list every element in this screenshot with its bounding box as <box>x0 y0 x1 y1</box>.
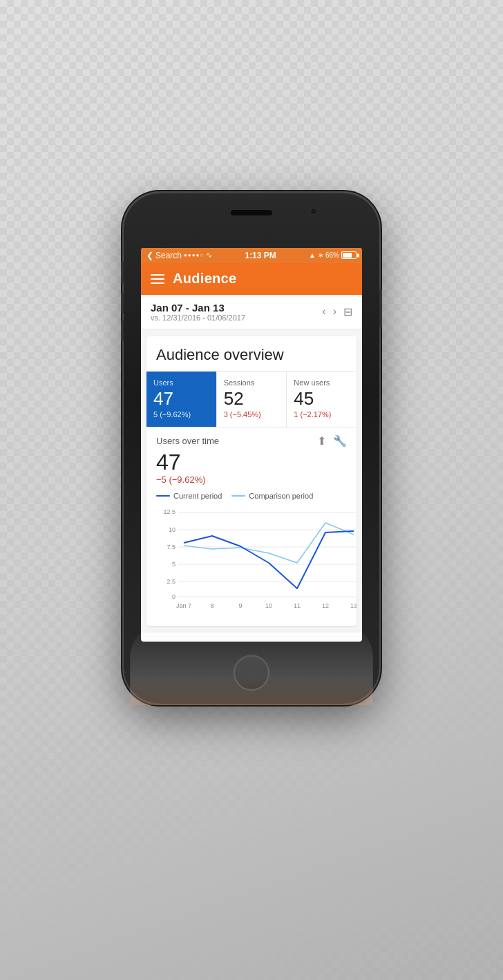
metric-new-users-change: 1 (−2.17%) <box>294 410 350 419</box>
wifi-icon: ∿ <box>206 251 212 260</box>
metric-new-users-value: 45 <box>294 390 350 407</box>
metric-new-users[interactable]: New users 45 1 (−2.17%) <box>287 372 357 427</box>
svg-text:5: 5 <box>172 561 175 568</box>
legend-comparison-label: Comparison period <box>249 492 313 500</box>
status-time: 1:13 PM <box>245 251 276 260</box>
date-comparison: vs. 12/31/2016 - 01/06/2017 <box>151 314 245 322</box>
phone-screen: ❮ Search ●●●●○ ∿ 1:13 PM ▲ ∗ 66% <box>141 248 362 642</box>
bluetooth-icon: ∗ <box>318 251 323 259</box>
metric-users-change: 5 (−9.62%) <box>153 410 209 419</box>
battery-icon <box>341 251 357 259</box>
date-range: Jan 07 - Jan 13 <box>151 302 245 314</box>
chart-container: 12.5 10 7.5 5 2.5 0 <box>156 506 347 619</box>
app-header: Audience <box>141 263 362 295</box>
metric-users-value: 47 <box>153 390 209 407</box>
svg-text:9: 9 <box>238 602 242 609</box>
battery-pct: 66% <box>325 251 339 259</box>
prev-period-button[interactable]: ‹ <box>322 305 325 318</box>
metric-users[interactable]: Users 47 5 (−9.62%) <box>146 372 217 427</box>
svg-text:2.5: 2.5 <box>167 578 175 585</box>
svg-text:13: 13 <box>350 602 357 609</box>
app-title: Audience <box>173 271 236 287</box>
share-icon[interactable]: ⬆ <box>317 434 326 448</box>
chart-label: Users over time <box>156 436 219 446</box>
comparison-line <box>184 523 354 563</box>
svg-text:Jan 7: Jan 7 <box>176 602 191 609</box>
chart-main-value: 47 <box>156 450 347 474</box>
svg-text:11: 11 <box>294 602 301 609</box>
status-left: ❮ Search ●●●●○ ∿ <box>146 251 212 260</box>
svg-text:10: 10 <box>265 602 272 609</box>
status-bar: ❮ Search ●●●●○ ∿ 1:13 PM ▲ ∗ 66% <box>141 248 362 263</box>
location-icon: ▲ <box>309 251 316 259</box>
main-card: Audience overview Users 47 5 (−9.62%) Se… <box>146 336 357 626</box>
date-controls: ‹ › ⊟ <box>322 305 352 318</box>
svg-text:10: 10 <box>169 526 175 533</box>
svg-text:7.5: 7.5 <box>167 544 175 550</box>
chart-section: Users over time ⬆ 🔧 47 −5 (−9.62%) <box>146 427 357 626</box>
line-chart: 12.5 10 7.5 5 2.5 0 <box>156 506 357 616</box>
chart-header: Users over time ⬆ 🔧 <box>156 434 347 448</box>
metrics-row: Users 47 5 (−9.62%) Sessions 52 3 (−5.45… <box>146 371 357 427</box>
signal-dots: ●●●●○ <box>184 252 204 258</box>
metric-users-label: Users <box>153 378 209 387</box>
legend-current-label: Current period <box>173 492 222 500</box>
card-title: Audience overview <box>146 336 357 371</box>
svg-text:0: 0 <box>172 593 175 600</box>
svg-text:12.5: 12.5 <box>163 508 175 515</box>
legend-current: Current period <box>156 492 222 500</box>
svg-text:12: 12 <box>322 602 329 609</box>
back-chevron[interactable]: ❮ <box>146 251 153 260</box>
hamburger-menu-icon[interactable] <box>151 274 164 284</box>
content-area: Jan 07 - Jan 13 vs. 12/31/2016 - 01/06/2… <box>141 295 362 633</box>
legend-comparison-line <box>231 495 245 497</box>
phone-speaker <box>231 210 272 215</box>
legend-current-line <box>156 495 170 497</box>
chart-legend: Current period Comparison period <box>156 492 347 500</box>
phone-top <box>124 193 379 248</box>
date-info: Jan 07 - Jan 13 vs. 12/31/2016 - 01/06/2… <box>151 302 245 322</box>
metric-sessions-change: 3 (−5.45%) <box>224 410 280 419</box>
svg-text:8: 8 <box>210 602 213 609</box>
date-bar: Jan 07 - Jan 13 vs. 12/31/2016 - 01/06/2… <box>141 295 362 329</box>
filter-icon[interactable]: ⊟ <box>343 305 352 318</box>
phone-camera <box>310 208 317 215</box>
metric-sessions[interactable]: Sessions 52 3 (−5.45%) <box>217 372 287 427</box>
status-right: ▲ ∗ 66% <box>309 251 357 259</box>
back-label[interactable]: Search <box>155 251 182 260</box>
next-period-button[interactable]: › <box>333 305 336 318</box>
metric-new-users-label: New users <box>294 378 350 387</box>
chart-change: −5 (−9.62%) <box>156 474 347 485</box>
page-background: ❮ Search ●●●●○ ∿ 1:13 PM ▲ ∗ 66% <box>0 0 503 980</box>
battery-fill <box>343 253 352 258</box>
current-line <box>184 531 354 588</box>
metric-sessions-label: Sessions <box>224 378 280 387</box>
phone-reflection <box>130 622 373 705</box>
legend-comparison: Comparison period <box>231 492 313 500</box>
phone-wrapper: ❮ Search ●●●●○ ∿ 1:13 PM ▲ ∗ 66% <box>124 193 379 788</box>
settings-icon[interactable]: 🔧 <box>333 434 347 448</box>
chart-actions: ⬆ 🔧 <box>317 434 347 448</box>
metric-sessions-value: 52 <box>224 390 280 407</box>
